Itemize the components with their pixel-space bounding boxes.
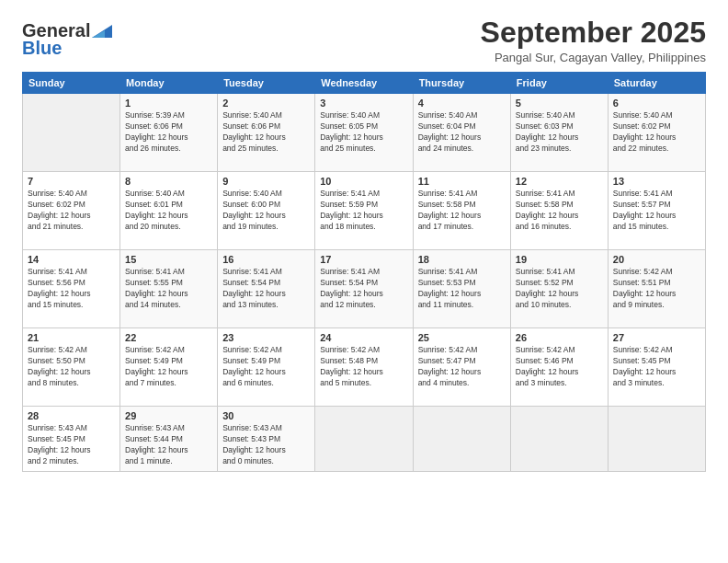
day-number: 1 xyxy=(125,98,212,109)
day-info: Sunrise: 5:42 AMSunset: 5:51 PMDaylight:… xyxy=(613,267,700,311)
day-number: 29 xyxy=(125,410,212,421)
table-row: 19Sunrise: 5:41 AMSunset: 5:52 PMDayligh… xyxy=(510,250,608,328)
day-info: Sunrise: 5:40 AMSunset: 6:02 PMDaylight:… xyxy=(613,110,700,155)
day-info: Sunrise: 5:40 AMSunset: 6:06 PMDaylight:… xyxy=(222,110,310,155)
day-number: 4 xyxy=(418,98,506,109)
logo-icon xyxy=(92,21,112,38)
day-number: 30 xyxy=(222,410,310,421)
day-info: Sunrise: 5:40 AMSunset: 6:05 PMDaylight:… xyxy=(320,110,407,155)
day-info: Sunrise: 5:42 AMSunset: 5:49 PMDaylight:… xyxy=(222,345,310,389)
table-row: 7Sunrise: 5:40 AMSunset: 6:02 PMDaylight… xyxy=(23,172,120,250)
table-row: 17Sunrise: 5:41 AMSunset: 5:54 PMDayligh… xyxy=(315,250,413,328)
day-info: Sunrise: 5:40 AMSunset: 6:04 PMDaylight:… xyxy=(418,110,506,155)
table-row: 22Sunrise: 5:42 AMSunset: 5:49 PMDayligh… xyxy=(120,328,218,407)
col-tuesday: Tuesday xyxy=(218,73,315,94)
day-info: Sunrise: 5:40 AMSunset: 6:03 PMDaylight:… xyxy=(516,110,603,155)
table-row: 6Sunrise: 5:40 AMSunset: 6:02 PMDaylight… xyxy=(608,94,705,172)
table-row: 18Sunrise: 5:41 AMSunset: 5:53 PMDayligh… xyxy=(413,250,510,328)
table-row: 4Sunrise: 5:40 AMSunset: 6:04 PMDaylight… xyxy=(413,94,510,172)
table-row: 27Sunrise: 5:42 AMSunset: 5:45 PMDayligh… xyxy=(608,328,705,407)
page: General Blue September 2025 Pangal Sur, … xyxy=(0,0,728,563)
day-info: Sunrise: 5:40 AMSunset: 6:01 PMDaylight:… xyxy=(125,189,212,233)
day-number: 22 xyxy=(125,332,212,343)
day-info: Sunrise: 5:43 AMSunset: 5:44 PMDaylight:… xyxy=(125,423,212,467)
day-number: 26 xyxy=(516,332,603,343)
day-info: Sunrise: 5:41 AMSunset: 5:57 PMDaylight:… xyxy=(613,189,700,233)
header-row: Sunday Monday Tuesday Wednesday Thursday… xyxy=(23,73,706,94)
day-number: 20 xyxy=(613,254,700,265)
day-info: Sunrise: 5:41 AMSunset: 5:54 PMDaylight:… xyxy=(222,267,310,311)
table-row xyxy=(23,94,120,172)
day-info: Sunrise: 5:41 AMSunset: 5:58 PMDaylight:… xyxy=(418,189,506,233)
table-row: 20Sunrise: 5:42 AMSunset: 5:51 PMDayligh… xyxy=(608,250,705,328)
day-number: 13 xyxy=(613,176,700,187)
table-row: 9Sunrise: 5:40 AMSunset: 6:00 PMDaylight… xyxy=(218,172,315,250)
table-row: 26Sunrise: 5:42 AMSunset: 5:46 PMDayligh… xyxy=(510,328,608,407)
day-number: 27 xyxy=(613,332,700,343)
day-info: Sunrise: 5:43 AMSunset: 5:43 PMDaylight:… xyxy=(222,423,310,467)
day-number: 5 xyxy=(516,98,603,109)
day-info: Sunrise: 5:41 AMSunset: 5:58 PMDaylight:… xyxy=(516,189,603,233)
table-row: 23Sunrise: 5:42 AMSunset: 5:49 PMDayligh… xyxy=(218,328,315,407)
day-info: Sunrise: 5:41 AMSunset: 5:54 PMDaylight:… xyxy=(320,267,407,311)
day-number: 9 xyxy=(222,176,310,187)
day-number: 21 xyxy=(28,332,115,343)
day-info: Sunrise: 5:41 AMSunset: 5:53 PMDaylight:… xyxy=(418,267,506,311)
calendar-table: Sunday Monday Tuesday Wednesday Thursday… xyxy=(22,72,706,472)
table-row: 29Sunrise: 5:43 AMSunset: 5:44 PMDayligh… xyxy=(120,407,218,472)
table-row: 16Sunrise: 5:41 AMSunset: 5:54 PMDayligh… xyxy=(218,250,315,328)
day-number: 25 xyxy=(418,332,506,343)
day-number: 7 xyxy=(28,176,115,187)
day-info: Sunrise: 5:39 AMSunset: 6:06 PMDaylight:… xyxy=(125,110,212,155)
day-number: 10 xyxy=(320,176,407,187)
day-info: Sunrise: 5:42 AMSunset: 5:48 PMDaylight:… xyxy=(320,345,407,389)
day-number: 6 xyxy=(613,98,700,109)
day-info: Sunrise: 5:41 AMSunset: 5:55 PMDaylight:… xyxy=(125,267,212,311)
day-number: 18 xyxy=(418,254,506,265)
col-friday: Friday xyxy=(510,73,608,94)
day-info: Sunrise: 5:42 AMSunset: 5:45 PMDaylight:… xyxy=(613,345,700,389)
table-row: 28Sunrise: 5:43 AMSunset: 5:45 PMDayligh… xyxy=(23,407,120,472)
table-row xyxy=(315,407,413,472)
header: General Blue September 2025 Pangal Sur, … xyxy=(22,17,706,64)
day-number: 8 xyxy=(125,176,212,187)
table-row: 14Sunrise: 5:41 AMSunset: 5:56 PMDayligh… xyxy=(23,250,120,328)
day-number: 11 xyxy=(418,176,506,187)
table-row: 21Sunrise: 5:42 AMSunset: 5:50 PMDayligh… xyxy=(23,328,120,407)
day-info: Sunrise: 5:42 AMSunset: 5:49 PMDaylight:… xyxy=(125,345,212,389)
day-info: Sunrise: 5:42 AMSunset: 5:46 PMDaylight:… xyxy=(516,345,603,389)
table-row: 10Sunrise: 5:41 AMSunset: 5:59 PMDayligh… xyxy=(315,172,413,250)
table-row: 1Sunrise: 5:39 AMSunset: 6:06 PMDaylight… xyxy=(120,94,218,172)
day-info: Sunrise: 5:40 AMSunset: 6:02 PMDaylight:… xyxy=(28,189,115,233)
table-row: 15Sunrise: 5:41 AMSunset: 5:55 PMDayligh… xyxy=(120,250,218,328)
day-info: Sunrise: 5:43 AMSunset: 5:45 PMDaylight:… xyxy=(28,423,115,467)
day-number: 2 xyxy=(222,98,310,109)
table-row: 24Sunrise: 5:42 AMSunset: 5:48 PMDayligh… xyxy=(315,328,413,407)
table-row xyxy=(413,407,510,472)
day-number: 17 xyxy=(320,254,407,265)
month-title: September 2025 xyxy=(481,17,706,49)
title-block: September 2025 Pangal Sur, Cagayan Valle… xyxy=(481,17,706,64)
day-number: 19 xyxy=(516,254,603,265)
day-number: 16 xyxy=(222,254,310,265)
table-row: 12Sunrise: 5:41 AMSunset: 5:58 PMDayligh… xyxy=(510,172,608,250)
table-row: 13Sunrise: 5:41 AMSunset: 5:57 PMDayligh… xyxy=(608,172,705,250)
table-row: 30Sunrise: 5:43 AMSunset: 5:43 PMDayligh… xyxy=(218,407,315,472)
day-number: 14 xyxy=(28,254,115,265)
table-row: 3Sunrise: 5:40 AMSunset: 6:05 PMDaylight… xyxy=(315,94,413,172)
subtitle: Pangal Sur, Cagayan Valley, Philippines xyxy=(481,51,706,64)
day-number: 23 xyxy=(222,332,310,343)
table-row: 5Sunrise: 5:40 AMSunset: 6:03 PMDaylight… xyxy=(510,94,608,172)
logo: General Blue xyxy=(22,20,112,59)
col-thursday: Thursday xyxy=(413,73,510,94)
table-row: 2Sunrise: 5:40 AMSunset: 6:06 PMDaylight… xyxy=(218,94,315,172)
col-sunday: Sunday xyxy=(23,73,120,94)
col-monday: Monday xyxy=(120,73,218,94)
day-info: Sunrise: 5:42 AMSunset: 5:50 PMDaylight:… xyxy=(28,345,115,389)
day-number: 28 xyxy=(28,410,115,421)
day-info: Sunrise: 5:41 AMSunset: 5:59 PMDaylight:… xyxy=(320,189,407,233)
day-number: 12 xyxy=(516,176,603,187)
table-row: 8Sunrise: 5:40 AMSunset: 6:01 PMDaylight… xyxy=(120,172,218,250)
table-row: 11Sunrise: 5:41 AMSunset: 5:58 PMDayligh… xyxy=(413,172,510,250)
table-row xyxy=(510,407,608,472)
